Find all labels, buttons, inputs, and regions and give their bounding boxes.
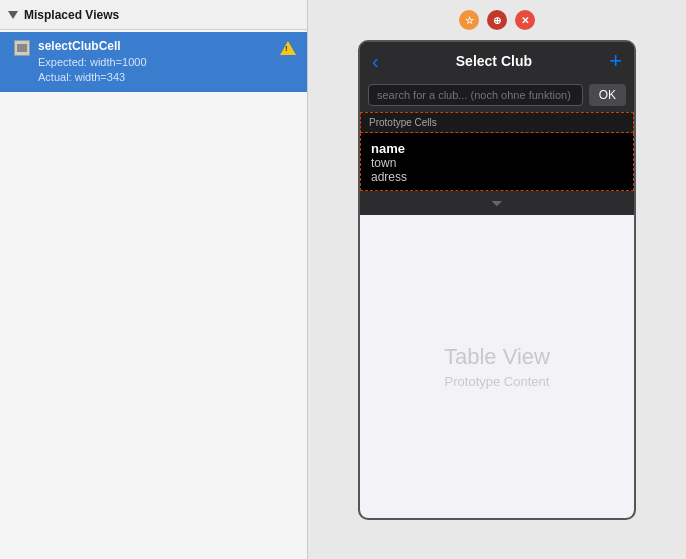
item-actual: Actual: width=343 (38, 70, 273, 85)
prototype-cells-label: Prototype Cells (369, 117, 437, 128)
item-expected: Expected: width=1000 (38, 55, 273, 70)
red-dark-icon-symbol: ⊕ (493, 15, 501, 26)
table-view-label: Table View (444, 344, 550, 370)
red-dark-circle-icon[interactable]: ⊕ (487, 10, 507, 30)
warning-triangle (280, 41, 296, 55)
phone-mockup: ‹ Select Club + OK Prototype Cells name … (358, 40, 636, 520)
empty-table-view: Table View Prototype Content (360, 215, 634, 518)
orange-icon-symbol: ☆ (465, 15, 474, 26)
red-icon-symbol: ✕ (521, 15, 529, 26)
cell-name-label: name (371, 141, 623, 156)
cell-address-label: adress (371, 170, 623, 184)
left-panel: Misplaced Views selectClubCell Expected:… (0, 0, 308, 559)
panel-title: Misplaced Views (24, 8, 119, 22)
right-panel: ☆ ⊕ ✕ ‹ Select Club + OK Prototype Cells (308, 0, 686, 559)
ok-button[interactable]: OK (589, 84, 626, 106)
top-icons-bar: ☆ ⊕ ✕ (459, 10, 535, 30)
red-circle-icon[interactable]: ✕ (515, 10, 535, 30)
warning-icon (279, 40, 297, 56)
search-input[interactable] (368, 84, 583, 106)
back-button[interactable]: ‹ (372, 51, 379, 71)
cell-town-label: town (371, 156, 623, 170)
prototype-cells-header: Prototype Cells (360, 112, 634, 133)
table-area: Prototype Cells name town adress ⏷ Table… (360, 112, 634, 518)
add-button[interactable]: + (609, 50, 622, 72)
orange-circle-icon[interactable]: ☆ (459, 10, 479, 30)
collapse-icon[interactable] (8, 11, 18, 19)
nav-title: Select Club (379, 53, 609, 69)
cell-icon (14, 40, 30, 56)
panel-header: Misplaced Views (0, 0, 307, 30)
cell-icon-inner (17, 44, 27, 52)
nav-bar: ‹ Select Club + (360, 42, 634, 80)
prototype-cell: name town adress (360, 133, 634, 191)
search-bar: OK (360, 80, 634, 112)
drag-handle-icon: ⏷ (490, 195, 504, 211)
drag-handle-row: ⏷ (360, 191, 634, 215)
item-text-group: selectClubCell Expected: width=1000 Actu… (38, 38, 273, 86)
item-name: selectClubCell (38, 38, 273, 55)
prototype-content-label: Prototype Content (445, 374, 550, 389)
tree-item[interactable]: selectClubCell Expected: width=1000 Actu… (0, 32, 307, 92)
